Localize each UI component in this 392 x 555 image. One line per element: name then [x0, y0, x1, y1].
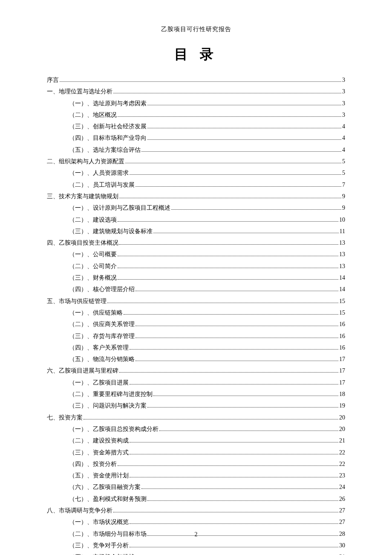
toc-entry[interactable]: （六）、乙胺项目融资方案24 [47, 481, 345, 493]
toc-entry-label: （一）、供应链策略 [47, 307, 123, 318]
toc-entry[interactable]: （二）、重要里程碑与进度控制18 [47, 388, 345, 400]
toc-entry[interactable]: （三）、建筑物规划与设备标准11 [47, 225, 345, 237]
toc-entry[interactable]: （二）、员工培训与发展7 [47, 179, 345, 191]
toc-entry-label: （三）、存货与库存管理 [47, 330, 135, 342]
toc-entry[interactable]: （一）、乙胺项目进展17 [47, 377, 345, 388]
toc-entry[interactable]: 八、市场调研与竞争分析27 [47, 505, 345, 516]
toc-entry-page: 17 [339, 365, 345, 376]
toc-entry[interactable]: （一）、公司概要13 [47, 249, 345, 260]
toc-dots [130, 477, 338, 477]
toc-entry[interactable]: （二）、建设投资构成21 [47, 435, 345, 446]
toc-entry[interactable]: （四）、目标市场和产业导向4 [47, 132, 345, 144]
toc-entry-page: 22 [339, 447, 345, 458]
toc-entry-page: 27 [339, 505, 345, 516]
toc-entry[interactable]: 六、乙胺项目进展与里程碑17 [47, 365, 345, 376]
toc-dots [147, 407, 338, 408]
toc-entry-label: （三）、财务概况 [47, 272, 117, 283]
toc-dots [147, 105, 341, 105]
toc-entry-label: 五、市场与供应链管理 [47, 295, 107, 307]
toc-entry-label: （五）、资金使用计划 [47, 470, 129, 481]
toc-entry[interactable]: （三）、资金筹措方式22 [47, 447, 345, 458]
toc-entry-label: （四）、市场机会与挑战 [47, 551, 135, 555]
toc-entry[interactable]: （二）、供应商关系管理16 [47, 318, 345, 330]
toc-entry-page: 11 [340, 225, 345, 237]
toc-entry-page: 3 [342, 74, 345, 86]
toc-entry-page: 15 [339, 295, 345, 307]
toc-entry[interactable]: （一）、设计原则与乙胺项目工程概述9 [47, 202, 345, 214]
toc-entry[interactable]: （二）、公司简介13 [47, 260, 345, 272]
toc-dots [113, 93, 341, 93]
toc-entry[interactable]: 三、技术方案与建筑物规划9 [47, 191, 345, 202]
toc-entry-label: 二、组织架构与人力资源配置 [47, 156, 124, 167]
toc-entry-page: 3 [342, 86, 345, 97]
toc-entry-label: 七、投资方案 [47, 412, 83, 423]
toc-entry[interactable]: （四）、投资分析22 [47, 458, 345, 470]
toc-dots [118, 268, 338, 268]
toc-entry-page: 17 [339, 353, 345, 365]
toc-entry-page: 22 [339, 458, 345, 470]
toc-entry[interactable]: （一）、选址原则与考虑因素3 [47, 98, 345, 109]
toc-entry[interactable]: 四、乙胺项目投资主体概况13 [47, 237, 345, 249]
toc-entry-label: （一）、公司概要 [47, 249, 117, 260]
toc-entry-label: 八、市场调研与竞争分析 [47, 505, 112, 516]
toc-entry-label: 三、技术方案与建筑物规划 [47, 191, 118, 202]
toc-dots [118, 116, 341, 117]
toc-entry[interactable]: 七、投资方案20 [47, 412, 345, 423]
toc-entry[interactable]: 二、组织架构与人力资源配置5 [47, 156, 345, 167]
toc-entry-page: 4 [342, 144, 345, 156]
toc-entry-label: （四）、核心管理层介绍 [47, 283, 135, 295]
toc-entry-label: 四、乙胺项目投资主体概况 [47, 237, 118, 249]
toc-entry[interactable]: 序言3 [47, 74, 345, 86]
toc-entry[interactable]: （三）、创新与社会经济发展4 [47, 121, 345, 132]
toc-entry-label: （四）、客户关系管理 [47, 342, 129, 353]
toc-entry-label: （三）、问题识别与解决方案 [47, 400, 147, 411]
toc-entry[interactable]: （三）、问题识别与解决方案19 [47, 400, 345, 411]
toc-entry[interactable]: （一）、人员资源需求5 [47, 167, 345, 179]
toc-entry[interactable]: （三）、存货与库存管理16 [47, 330, 345, 342]
toc-dots [84, 419, 338, 419]
toc-dots [107, 303, 338, 303]
toc-dots [130, 454, 338, 454]
toc-entry[interactable]: （五）、选址方案综合评估4 [47, 144, 345, 156]
toc-entry[interactable]: （一）、供应链策略15 [47, 307, 345, 318]
toc-dots [113, 512, 338, 512]
toc-dots [130, 523, 338, 524]
toc-entry[interactable]: （五）、资金使用计划23 [47, 470, 345, 481]
toc-entry[interactable]: （三）、财务概况14 [47, 272, 345, 283]
toc-entry-page: 15 [339, 307, 345, 318]
toc-entry-page: 21 [339, 435, 345, 446]
toc-entry[interactable]: （一）、乙胺项目总投资构成分析20 [47, 423, 345, 435]
toc-entry-page: 3 [342, 98, 345, 109]
toc-entry[interactable]: （四）、客户关系管理16 [47, 342, 345, 353]
toc-entry-label: （一）、乙胺项目进展 [47, 377, 129, 388]
toc-entry[interactable]: （四）、核心管理层介绍14 [47, 283, 345, 295]
toc-entry[interactable]: 五、市场与供应链管理15 [47, 295, 345, 307]
toc-entry-page: 9 [342, 202, 345, 214]
toc-entry-label: （二）、建设选项 [47, 214, 117, 225]
toc-entry[interactable]: （四）、市场机会与挑战31 [47, 551, 345, 555]
toc-entry[interactable]: （七）、盈利模式和财务预测26 [47, 493, 345, 505]
toc-entry[interactable]: （三）、竞争对手分析30 [47, 540, 345, 551]
toc-dots [135, 186, 341, 187]
toc-entry-label: （一）、乙胺项目总投资构成分析 [47, 423, 159, 435]
toc-entry-page: 3 [342, 109, 345, 121]
toc-entry-page: 19 [339, 400, 345, 411]
toc-entry-page: 31 [339, 551, 345, 555]
toc-entry[interactable]: 一、地理位置与选址分析3 [47, 86, 345, 97]
toc-entry-page: 30 [339, 540, 345, 551]
toc-entry[interactable]: （二）、地区概况3 [47, 109, 345, 121]
toc-entry-page: 26 [339, 493, 345, 505]
toc-entry-page: 5 [342, 156, 345, 167]
toc-entry[interactable]: （五）、物流与分销策略17 [47, 353, 345, 365]
toc-entry[interactable]: （一）、市场状况概览27 [47, 516, 345, 528]
document-header: 乙胺项目可行性研究报告 [47, 26, 345, 33]
toc-entry[interactable]: （二）、建设选项10 [47, 214, 345, 225]
toc-dots [119, 372, 338, 373]
toc-entry-page: 20 [339, 412, 345, 423]
toc-entry-label: （七）、盈利模式和财务预测 [47, 493, 147, 505]
toc-entry-page: 10 [339, 214, 345, 225]
toc-entry-label: 序言 [47, 74, 59, 86]
toc-dots [153, 233, 339, 233]
toc-dots [147, 139, 341, 140]
toc-entry-label: （二）、重要里程碑与进度控制 [47, 388, 153, 400]
